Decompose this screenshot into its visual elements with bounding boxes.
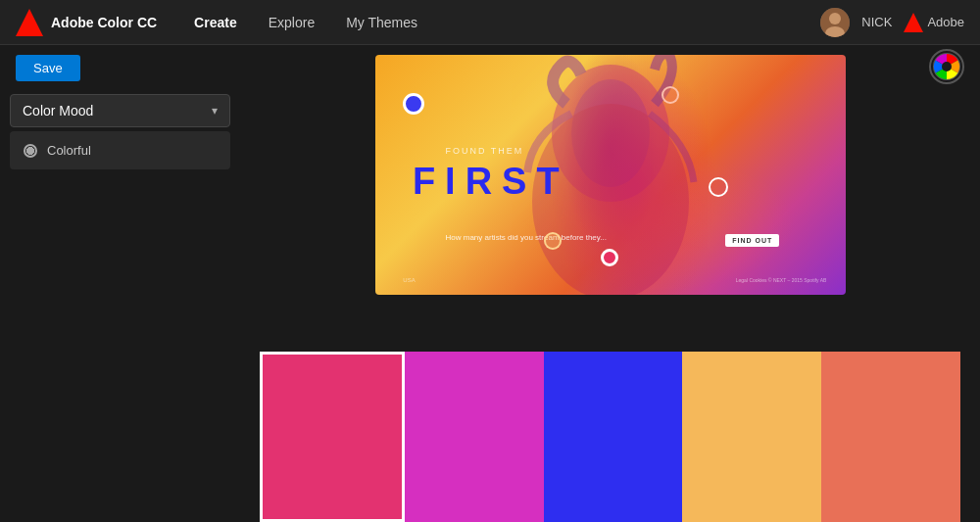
nav-create[interactable]: Create	[180, 9, 251, 36]
adobe-logo-area: Adobe	[904, 13, 964, 32]
color-wheel-button[interactable]	[929, 49, 964, 84]
adobe-color-icon	[16, 9, 43, 36]
svg-point-6	[942, 62, 952, 71]
svg-marker-0	[16, 9, 43, 36]
color-mood-submenu: Colorful	[10, 131, 230, 169]
top-navigation: Adobe Color CC Create Explore My Themes …	[0, 0, 980, 45]
color-mood-dropdown[interactable]: Color Mood ▾	[10, 94, 230, 127]
palette-swatch-5[interactable]	[821, 352, 960, 522]
preview-footer-right: Legal Cookies © NEXT – 2015 Spotify AB	[736, 277, 827, 283]
palette-swatch-1[interactable]	[260, 352, 405, 522]
user-name[interactable]: NICK	[861, 15, 892, 29]
color-palette-strip	[260, 352, 960, 522]
adobe-icon	[904, 13, 923, 32]
palette-swatch-3[interactable]	[544, 352, 683, 522]
svg-point-2	[829, 13, 841, 24]
image-preview: FOUND THEM FIRST How many artists did yo…	[375, 55, 846, 295]
color-wheel-icon	[932, 52, 961, 81]
preview-how-text: How many artists did you stream before t…	[446, 233, 607, 242]
palette-swatch-4[interactable]	[682, 352, 821, 522]
main-content: Color Mood ▾ Colorful	[0, 45, 980, 522]
user-avatar[interactable]	[820, 8, 850, 37]
nav-explore[interactable]: Explore	[255, 9, 328, 36]
radio-colorful	[24, 144, 37, 158]
nav-my-themes[interactable]: My Themes	[332, 9, 431, 36]
palette-swatch-2[interactable]	[405, 352, 544, 522]
svg-marker-4	[904, 13, 923, 32]
preview-background: FOUND THEM FIRST How many artists did yo…	[375, 55, 846, 295]
dropdown-label: Color Mood	[23, 103, 93, 119]
sidebar: Color Mood ▾ Colorful	[0, 45, 240, 522]
nav-links: Create Explore My Themes	[180, 9, 820, 36]
preview-footer-left: USA	[403, 277, 415, 283]
app-name: Adobe Color CC	[51, 15, 157, 30]
nav-right: NICK Adobe	[820, 8, 964, 37]
avatar-image	[820, 8, 850, 37]
preview-first-text: FIRST	[413, 161, 569, 203]
preview-found-text: FOUND THEM	[446, 146, 524, 156]
colorful-label: Colorful	[47, 143, 91, 158]
adobe-label: Adobe	[927, 15, 964, 29]
chevron-down-icon: ▾	[212, 104, 218, 118]
preview-find-out-btn[interactable]: FIND OUT	[725, 234, 779, 247]
submenu-item-colorful[interactable]: Colorful	[10, 135, 230, 166]
brand-logo-area: Adobe Color CC	[16, 9, 157, 36]
save-button[interactable]: Save	[16, 55, 80, 81]
content-area: FOUND THEM FIRST How many artists did yo…	[240, 45, 980, 522]
